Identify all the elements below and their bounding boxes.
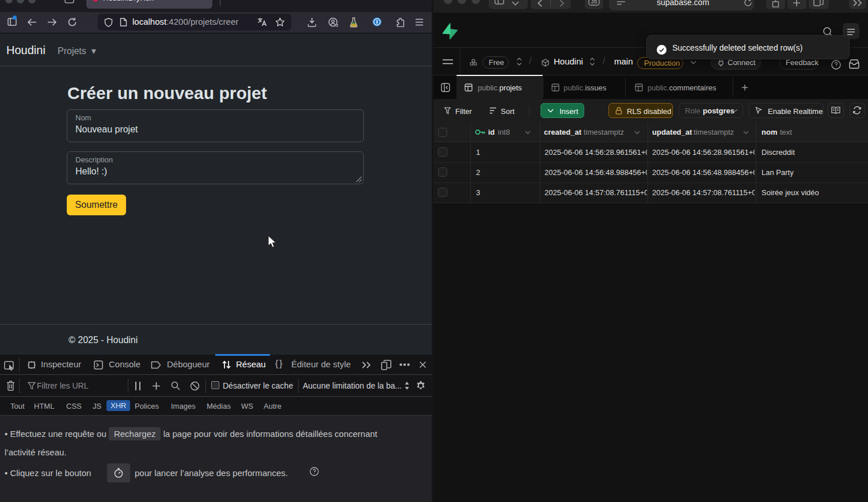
svg-text:JS: JS — [591, 0, 597, 5]
